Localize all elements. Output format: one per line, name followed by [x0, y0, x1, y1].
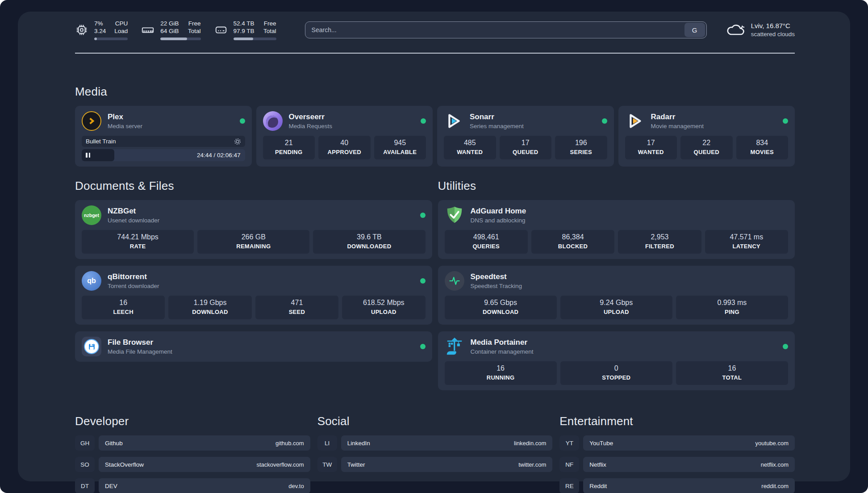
weather-location: Lviv, 16.87°C — [751, 21, 795, 30]
app-description: Torrent downloader — [108, 283, 159, 289]
app-description: Speedtest Tracking — [471, 283, 522, 289]
stat-tile: 266 GBREMAINING — [197, 230, 309, 254]
app-description: Container management — [471, 348, 534, 355]
search-engine-button[interactable]: G — [684, 23, 705, 37]
bookmark-abbr: NF — [559, 457, 579, 472]
status-dot — [421, 118, 426, 124]
app-card-radarr[interactable]: Radarr Movie management 17WANTED 22QUEUE… — [618, 106, 795, 167]
app-name: Sonarr — [470, 113, 524, 121]
stat-tile: 16TOTAL — [676, 361, 788, 385]
app-name: Speedtest — [471, 272, 522, 281]
memory-stat: 22 GiB64 GiB FreeTotal — [141, 20, 200, 40]
stat-tile: 744.21 MbpsRATE — [82, 230, 194, 254]
app-description: Media File Management — [108, 348, 172, 355]
plex-now-playing: Bullet Train 24:44 / 02:06:47 — [82, 136, 245, 161]
bookmark-name: StackOverflow — [105, 461, 144, 468]
section-social: Social LI LinkedInlinkedin.com TW Twitte… — [317, 414, 553, 493]
bookmark-abbr: RE — [559, 478, 579, 493]
bookmark-stackoverflow[interactable]: SO StackOverflowstackoverflow.com — [75, 457, 310, 472]
memory-progress-fill — [160, 38, 187, 40]
bookmark-url: twitter.com — [518, 461, 546, 468]
ram-icon — [141, 23, 154, 37]
top-bar: 7%3.24 CPULoad 22 GiB64 GiB FreeTotal — [75, 18, 795, 42]
stat-tile: 834MOVIES — [736, 136, 789, 159]
section-utilities: Utilities AdGuard Home — [438, 179, 795, 390]
stat-tile: 498,461QUERIES — [445, 230, 528, 254]
section-documents: Documents & Files nzbget NZBGet Usenet d… — [75, 179, 432, 390]
app-card-filebrowser[interactable]: File Browser Media File Management — [75, 331, 432, 362]
bookmark-url: youtube.com — [755, 440, 789, 447]
disk-free: 52.4 TB — [234, 20, 255, 27]
cloud-icon — [726, 22, 745, 38]
stat-tile: 471SEED — [255, 296, 338, 319]
disk-label2: Total — [261, 27, 276, 35]
stat-tile: 16LEECH — [82, 296, 165, 319]
bookmark-abbr: YT — [559, 435, 579, 451]
bookmark-url: linkedin.com — [514, 440, 546, 447]
bookmark-twitter[interactable]: TW Twittertwitter.com — [317, 457, 553, 472]
disk-progress-fill — [234, 38, 253, 40]
cpu-label2: Load — [113, 27, 128, 35]
cpu-stat: 7%3.24 CPULoad — [75, 20, 128, 40]
bookmark-github[interactable]: GH Githubgithub.com — [75, 435, 310, 451]
memory-total: 64 GiB — [160, 27, 179, 35]
bookmark-netflix[interactable]: NF Netflixnetflix.com — [559, 457, 795, 472]
stat-tile: 196SERIES — [555, 136, 607, 159]
disk-total: 97.9 TB — [234, 27, 255, 35]
app-card-speedtest[interactable]: Speedtest Speedtest Tracking 9.65 GbpsDO… — [438, 266, 795, 325]
dashboard-panel: 7%3.24 CPULoad 22 GiB64 GiB FreeTotal — [18, 12, 850, 481]
status-dot — [783, 344, 788, 349]
radarr-icon — [625, 111, 645, 131]
bookmark-dev[interactable]: DT DEVdev.to — [75, 478, 310, 493]
app-card-qbittorrent[interactable]: qb qBittorrent Torrent downloader 16LEEC… — [75, 266, 432, 325]
gear-icon[interactable] — [234, 138, 241, 145]
stat-tile: 0STOPPED — [560, 361, 672, 385]
bookmark-youtube[interactable]: YT YouTubeyoutube.com — [559, 435, 795, 451]
section-title-social: Social — [317, 414, 553, 428]
cpu-progress-fill — [94, 38, 97, 40]
qbittorrent-icon: qb — [82, 271, 101, 291]
bookmark-abbr: DT — [75, 478, 95, 493]
pause-icon[interactable] — [86, 153, 90, 158]
cpu-icon — [75, 23, 88, 37]
section-title-utilities: Utilities — [438, 179, 795, 193]
stat-tile: 17WANTED — [625, 136, 677, 159]
app-card-adguard[interactable]: AdGuard Home DNS and adblocking 498,461Q… — [438, 200, 795, 259]
bookmark-reddit[interactable]: RE Redditreddit.com — [559, 478, 795, 493]
bookmark-url: reddit.com — [761, 483, 789, 489]
playback-progress-bar[interactable]: 24:44 / 02:06:47 — [82, 149, 245, 161]
stat-tile: 9.24 GbpsUPLOAD — [560, 296, 672, 319]
now-playing-title: Bullet Train — [86, 138, 116, 145]
bookmark-linkedin[interactable]: LI LinkedInlinkedin.com — [317, 435, 553, 451]
app-card-nzbget[interactable]: nzbget NZBGet Usenet downloader 744.21 M… — [75, 200, 432, 259]
app-description: Media Requests — [289, 123, 333, 130]
bookmark-abbr: SO — [75, 457, 95, 472]
search-input[interactable] — [305, 21, 707, 38]
status-dot — [420, 344, 426, 349]
app-name: Overseerr — [289, 113, 333, 121]
status-dot — [240, 118, 245, 124]
disk-label: Free — [261, 20, 276, 27]
stat-tile: 17QUEUED — [500, 136, 552, 159]
weather-condition: scattered clouds — [751, 30, 795, 38]
header-divider — [75, 53, 795, 54]
section-title-media: Media — [75, 85, 795, 99]
status-dot — [420, 278, 426, 284]
section-entertainment: Entertainment YT YouTubeyoutube.com NF N… — [559, 414, 795, 493]
app-card-sonarr[interactable]: Sonarr Series management 485WANTED 17QUE… — [437, 106, 614, 167]
app-card-portainer[interactable]: Media Portainer Container management 16R… — [438, 331, 795, 390]
bookmark-name: YouTube — [589, 440, 613, 447]
disk-progress — [234, 38, 276, 40]
stat-tile: 945AVAILABLE — [374, 136, 426, 159]
memory-free: 22 GiB — [160, 20, 179, 27]
sonarr-icon — [444, 111, 463, 131]
stat-tile: 618.52 MbpsUPLOAD — [342, 296, 425, 319]
stat-tile: 1.19 GbpsDOWNLOAD — [168, 296, 251, 319]
memory-progress — [160, 38, 200, 40]
app-card-plex[interactable]: Plex Media server Bullet Train — [75, 106, 252, 167]
stat-tile: 86,384BLOCKED — [531, 230, 614, 254]
app-card-overseerr[interactable]: Overseerr Media Requests 21PENDING 40APP… — [256, 106, 433, 167]
status-dot — [783, 118, 788, 124]
status-dot — [602, 118, 607, 124]
section-title-developer: Developer — [75, 414, 310, 428]
